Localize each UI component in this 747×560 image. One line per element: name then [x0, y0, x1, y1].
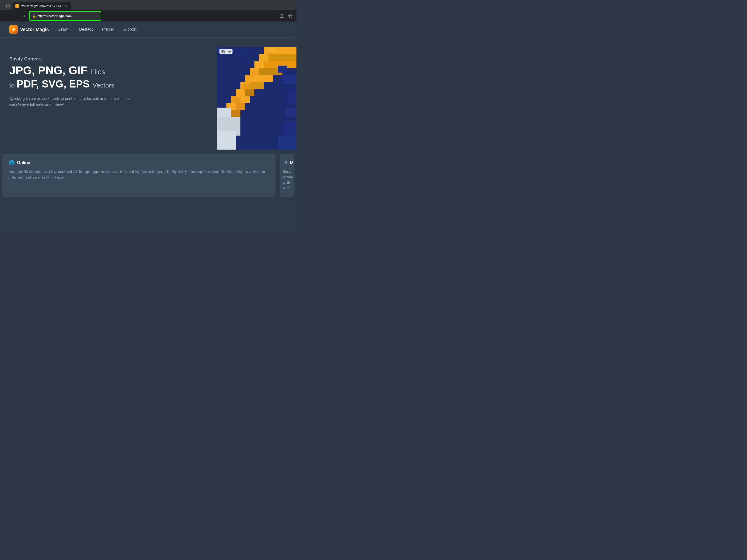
window-restore-icon[interactable] [4, 2, 12, 10]
files-label: Files [91, 68, 105, 76]
svg-rect-9 [268, 54, 297, 61]
svg-rect-19 [245, 89, 254, 96]
svg-rect-46 [252, 70, 259, 75]
desktop-card-text: Stand bitmap all th outp [283, 169, 291, 191]
globe-icon: 🌐 [9, 160, 15, 165]
hero-title-line2: to PDF, SVG, EPS Vectors [9, 78, 131, 90]
svg-rect-0 [6, 5, 9, 7]
vectors-label: Vectors [93, 82, 114, 89]
refresh-button[interactable]: ↺ [20, 12, 28, 20]
forward-button[interactable]: → [11, 12, 19, 20]
chevron-down-icon: ▾ [69, 28, 71, 31]
to-label: to [9, 82, 17, 89]
hero-subtitle: Easily Convert [9, 56, 131, 61]
online-card: 🌐 Online Automatically convert JPG, PNG,… [2, 154, 276, 197]
online-card-title: Online [17, 160, 30, 165]
svg-rect-3 [282, 14, 284, 18]
address-bar-row: ← → ↺ 🔒 https://vectormagic.com [0, 10, 297, 22]
svg-rect-41 [282, 122, 297, 136]
browser-actions [278, 12, 294, 20]
svg-rect-40 [285, 108, 297, 117]
nav-link-pricing[interactable]: Pricing [102, 27, 114, 32]
desktop-card-title: D [290, 160, 293, 165]
favorites-button[interactable] [287, 12, 294, 20]
svg-rect-38 [282, 75, 297, 84]
bitmap-preview: Bitmap [217, 47, 297, 150]
tab-title: Vector Magic: Convert JPG, PNG [21, 4, 62, 8]
hero-section: Easily Convert JPG, PNG, GIF Files to PD… [0, 37, 297, 154]
svg-rect-33 [217, 131, 236, 150]
url-text: https://vectormagic.com [37, 14, 72, 18]
cards-section: 🌐 Online Automatically convert JPG, PNG,… [0, 154, 297, 204]
active-tab[interactable]: Vector Magic: Convert JPG, PNG ✕ [12, 2, 71, 10]
logo-icon [9, 25, 18, 34]
tab-close-button[interactable]: ✕ [64, 4, 68, 8]
svg-rect-39 [287, 89, 297, 103]
browser-chrome: Vector Magic: Convert JPG, PNG ✕ + ← → ↺… [0, 0, 297, 22]
svg-rect-49 [238, 91, 245, 96]
svg-rect-21 [240, 96, 250, 103]
bitmap-label: Bitmap [220, 49, 232, 54]
back-button[interactable]: ← [2, 12, 10, 20]
nav-logo[interactable]: Vector Magic [9, 25, 49, 34]
new-tab-button[interactable]: + [72, 3, 78, 9]
logo-text: Vector Magic [20, 27, 49, 32]
nav-links: Learn ▾ Desktop Pricing Support [58, 27, 136, 32]
tab-favicon [16, 4, 19, 8]
svg-rect-2 [280, 14, 282, 18]
svg-rect-47 [248, 77, 254, 82]
online-card-header: 🌐 Online [9, 160, 269, 165]
hero-text: Easily Convert JPG, PNG, GIF Files to PD… [9, 52, 131, 108]
svg-rect-44 [261, 56, 268, 61]
svg-rect-23 [236, 103, 245, 110]
svg-rect-36 [236, 52, 245, 56]
address-bar-highlight: 🔒 https://vectormagic.com [29, 11, 101, 21]
svg-rect-45 [257, 63, 264, 68]
split-screen-button[interactable] [278, 12, 286, 20]
desktop-card: 🖥 D Stand bitmap all th outp [280, 154, 294, 197]
site-content: Vector Magic Learn ▾ Desktop Pricing Sup… [0, 22, 297, 232]
svg-rect-43 [268, 47, 276, 52]
svg-rect-48 [243, 84, 250, 89]
svg-rect-25 [231, 110, 240, 117]
desktop-card-header: 🖥 D [283, 160, 291, 165]
lock-icon: 🔒 [32, 14, 36, 18]
svg-rect-42 [278, 136, 297, 150]
svg-rect-17 [250, 82, 264, 89]
hero-title-line1: JPG, PNG, GIF Files [9, 64, 131, 77]
pixel-art [217, 47, 297, 150]
svg-rect-7 [273, 47, 297, 54]
address-bar[interactable]: 🔒 https://vectormagic.com [30, 12, 100, 20]
nav-link-support[interactable]: Support [123, 27, 136, 32]
svg-rect-37 [278, 65, 287, 73]
hero-description: Quickly get your artwork ready to print,… [9, 96, 131, 108]
online-card-text: Automatically convert JPG, PNG, BMP, and… [9, 169, 269, 180]
svg-rect-50 [233, 98, 240, 103]
nav-link-desktop[interactable]: Desktop [79, 27, 94, 32]
svg-rect-15 [254, 75, 273, 82]
monitor-icon: 🖥 [283, 160, 288, 165]
site-nav: Vector Magic Learn ▾ Desktop Pricing Sup… [0, 22, 297, 37]
tab-bar: Vector Magic: Convert JPG, PNG ✕ + [0, 0, 297, 10]
nav-link-learn[interactable]: Learn ▾ [58, 27, 71, 32]
